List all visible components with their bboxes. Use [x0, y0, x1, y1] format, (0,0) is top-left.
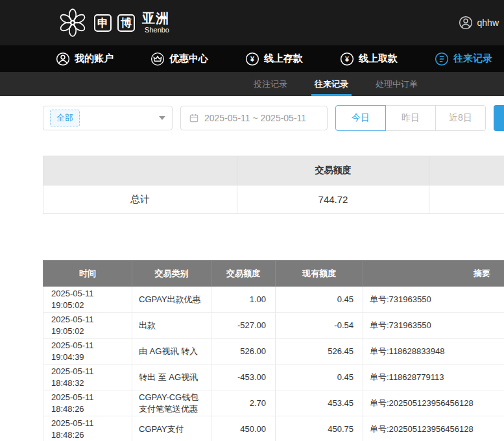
- brand-char-box: 博: [117, 14, 135, 32]
- cell-amount: -453.00: [211, 364, 276, 390]
- table-row: 2025-05-11 18:48:32转出 至 AG视讯-453.000.45单…: [43, 364, 504, 390]
- cell-type: CGPAY-CG钱包支付笔笔送优惠: [132, 390, 211, 416]
- column-header: 交易额度: [211, 261, 276, 287]
- tab-1[interactable]: 投注记录: [250, 72, 291, 96]
- column-header: 时间: [43, 261, 132, 287]
- column-header: 摘要: [363, 261, 504, 287]
- tab-3[interactable]: 处理中订单: [372, 72, 421, 96]
- sub-nav: 投注记录往来记录处理中订单: [0, 72, 504, 96]
- brand-suffix: 亚洲: [142, 12, 169, 25]
- nav-item-5[interactable]: 往来记录: [435, 52, 492, 66]
- table-row: 2025-05-11 19:05:02CGPAY出款优惠1.000.45单号:7…: [43, 287, 504, 313]
- cell-time: 2025-05-11 18:48:26: [43, 416, 132, 441]
- cell-time: 2025-05-11 18:48:26: [43, 390, 132, 416]
- user-account[interactable]: qhhw: [459, 16, 499, 30]
- nav-item-4[interactable]: ¥线上取款: [340, 52, 398, 66]
- summary-total-row: 总计 744.72: [43, 185, 504, 214]
- date-range-input[interactable]: 2025-05-11 ~ 2025-05-11: [180, 106, 328, 130]
- cell-balance: 0.45: [276, 287, 363, 313]
- quick-range-buttons: 今日昨日近8日: [335, 105, 486, 131]
- column-header: 交易类别: [132, 261, 211, 287]
- cell-summary: 单号:202505123956456128: [363, 390, 504, 416]
- summary-total-value: 744.72: [237, 185, 429, 214]
- cell-summary: 单号:731963550: [363, 313, 504, 339]
- summary-table: 交易额度 总计 744.72: [43, 156, 504, 214]
- cell-time: 2025-05-11 19:04:39: [43, 339, 132, 364]
- cell-summary: 单号:202505123956456128: [363, 416, 504, 441]
- nav-item-1[interactable]: 我的账户: [56, 52, 114, 66]
- cell-amount: -527.00: [211, 313, 276, 339]
- quick-range-button-2[interactable]: 昨日: [385, 105, 436, 131]
- table-row: 2025-05-11 19:04:39由 AG视讯 转入526.00526.45…: [43, 339, 504, 364]
- cell-balance: 0.45: [276, 364, 363, 390]
- cell-balance: 450.75: [276, 416, 363, 441]
- brand-char-box: 申: [94, 14, 112, 32]
- svg-text:¥: ¥: [250, 55, 254, 63]
- main-nav: 我的账户优惠中心¥线上存款¥线上取款往来记录: [0, 45, 504, 72]
- cell-type: CGPAY支付: [132, 416, 211, 441]
- nav-item-label: 线上存款: [264, 53, 303, 65]
- cell-summary: 单号:118628833948: [363, 339, 504, 364]
- crown-icon: [150, 52, 165, 66]
- cell-type: 出款: [132, 313, 211, 339]
- cell-time: 2025-05-11 19:05:02: [43, 287, 132, 313]
- cell-summary: 单号:731963550: [363, 287, 504, 313]
- brand-subtitle: Shenbo: [145, 27, 169, 34]
- chevron-down-icon: [159, 116, 165, 120]
- summary-empty-header: [429, 156, 504, 185]
- svg-text:¥: ¥: [345, 55, 349, 63]
- deposit-icon: ¥: [245, 52, 259, 66]
- cell-amount: 2.70: [211, 390, 276, 416]
- cell-type: 由 AG视讯 转入: [132, 339, 211, 364]
- table-row: 2025-05-11 19:05:02出款-527.00-0.54单号:7319…: [43, 313, 504, 339]
- user-icon: [56, 52, 70, 66]
- cell-amount: 1.00: [211, 287, 276, 313]
- cell-time: 2025-05-11 18:48:32: [43, 364, 132, 390]
- page: 申 博 亚洲 Shenbo qhhw 我的账户优惠中心¥线上存款¥线上取款往来记…: [0, 0, 504, 441]
- nav-item-label: 线上取款: [359, 53, 398, 65]
- flower-logo-icon: [57, 7, 88, 38]
- summary-total-label: 总计: [43, 185, 237, 214]
- records-body: 2025-05-11 19:05:02CGPAY出款优惠1.000.45单号:7…: [43, 287, 504, 441]
- brand-text: 亚洲 Shenbo: [142, 12, 169, 34]
- cell-summary: 单号:118628779113: [363, 364, 504, 390]
- withdraw-icon: ¥: [340, 52, 354, 66]
- cell-balance: -0.54: [276, 313, 363, 339]
- selected-category-tag: 全部: [50, 110, 80, 126]
- search-button[interactable]: [494, 105, 504, 131]
- nav-item-3[interactable]: ¥线上存款: [245, 52, 303, 66]
- cell-type: 转出 至 AG视讯: [132, 364, 211, 390]
- content: 全部 2025-05-11 ~ 2025-05-11 今日昨日近8日: [0, 96, 504, 441]
- cell-amount: 450.00: [211, 416, 276, 441]
- records-header-row: 时间交易类别交易额度现有额度摘要: [43, 261, 504, 287]
- summary-empty-cell: [429, 185, 504, 214]
- nav-item-label: 优惠中心: [169, 53, 208, 65]
- cell-balance: 453.45: [276, 390, 363, 416]
- category-select[interactable]: 全部: [43, 106, 173, 130]
- date-range-value: 2025-05-11 ~ 2025-05-11: [204, 113, 306, 123]
- calendar-icon: [189, 113, 199, 123]
- summary-empty-header: [43, 156, 237, 185]
- table-row: 2025-05-11 18:48:26CGPAY-CG钱包支付笔笔送优惠2.70…: [43, 390, 504, 416]
- brand-logo: 申 博 亚洲 Shenbo: [57, 7, 169, 38]
- quick-range-button-3[interactable]: 近8日: [435, 105, 486, 131]
- cell-type: CGPAY出款优惠: [132, 287, 211, 313]
- summary-header-row: 交易额度: [43, 156, 504, 185]
- table-row: 2025-05-11 18:48:26CGPAY支付450.00450.75单号…: [43, 416, 504, 441]
- username-text: qhhw: [477, 18, 499, 28]
- cell-time: 2025-05-11 19:05:02: [43, 313, 132, 339]
- column-header: 现有额度: [276, 261, 363, 287]
- user-avatar-icon: [459, 16, 473, 30]
- top-header: 申 博 亚洲 Shenbo qhhw: [0, 0, 504, 45]
- summary-amount-header: 交易额度: [237, 156, 429, 185]
- quick-range-button-1[interactable]: 今日: [335, 105, 386, 131]
- cell-amount: 526.00: [211, 339, 276, 364]
- cell-balance: 526.45: [276, 339, 363, 364]
- records-table: 时间交易类别交易额度现有额度摘要 2025-05-11 19:05:02CGPA…: [43, 260, 504, 441]
- tab-2[interactable]: 往来记录: [311, 72, 352, 96]
- records-icon: [435, 52, 449, 66]
- nav-item-label: 我的账户: [75, 53, 114, 65]
- nav-item-2[interactable]: 优惠中心: [150, 52, 208, 66]
- filter-row: 全部 2025-05-11 ~ 2025-05-11 今日昨日近8日: [43, 105, 504, 131]
- nav-item-label: 往来记录: [453, 53, 492, 65]
